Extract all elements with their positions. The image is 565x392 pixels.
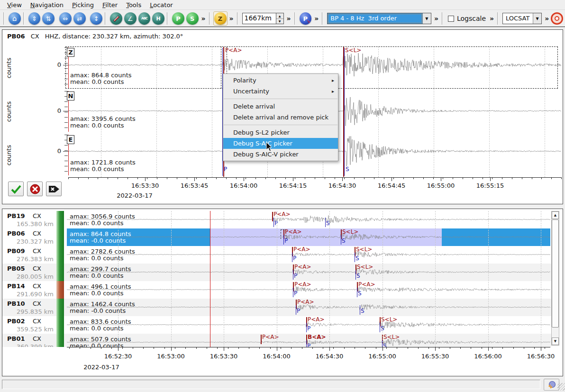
station-row-pb10[interactable]: PB10CX295.835 kmamax: 1462.4 countsmean:… <box>2 299 551 316</box>
auto-pick-line[interactable] <box>306 340 307 347</box>
distance-steppers[interactable]: ▲ ▼ <box>276 13 284 24</box>
minor-tick <box>393 177 394 179</box>
minor-tick <box>364 177 365 179</box>
auto-pick-line[interactable] <box>292 253 292 262</box>
step-down-icon[interactable]: ▼ <box>276 19 283 24</box>
station-trace[interactable]: amax: 864.8 countsmean: -0.0 countsP<A>S… <box>67 228 550 246</box>
arrival-line[interactable] <box>261 335 262 344</box>
minor-tick <box>255 177 256 179</box>
station-rows[interactable]: PB19CX165.380 kmamax: 3056.9 countsmean:… <box>2 211 551 347</box>
filter-combobox[interactable]: BP 4 - 8 Hz 3rd order ▼ <box>327 13 431 24</box>
auto-pick-line-s[interactable] <box>344 48 345 176</box>
accept-picks-button[interactable] <box>8 182 24 196</box>
context-menu-item-delete-arrival[interactable]: Delete arrival <box>223 101 338 112</box>
auto-pick-line[interactable] <box>380 323 380 332</box>
angle-tool-button[interactable]: ∠ <box>124 12 137 25</box>
menu-tools[interactable]: Tools <box>122 0 146 9</box>
context-menu-item-uncertainty[interactable]: Uncertainty▸ <box>223 86 338 97</box>
skip-station-button[interactable] <box>46 182 62 196</box>
auto-pick-line[interactable] <box>325 218 326 227</box>
locator-combobox[interactable]: LOCSAT ▼ <box>502 13 542 24</box>
dropdown-arrow-icon[interactable]: ▼ <box>533 13 541 24</box>
reject-picks-button[interactable] <box>27 182 43 196</box>
time-label: 16:53:30 <box>206 353 242 360</box>
vertical-scrollbar[interactable]: ▲ ▼ <box>551 211 559 346</box>
toolbar-separator <box>167 12 170 25</box>
resize-grip[interactable] <box>557 383 565 391</box>
context-menu-item-debug-s-aic-v-picker[interactable]: Debug S-AIC-V picker <box>223 149 338 160</box>
station-row-pb05[interactable]: PB05CX280.005 kmamax: 299.7 countsmean: … <box>2 264 551 281</box>
overflow-chevron[interactable]: » <box>229 15 234 22</box>
component-z-toggle[interactable]: Z <box>213 11 228 26</box>
amax-value: amax: 3056.9 counts <box>70 213 135 220</box>
relocate-button[interactable] <box>551 12 563 25</box>
overflow-chevron[interactable]: » <box>434 15 438 22</box>
overflow-chevron[interactable]: » <box>490 15 494 22</box>
auto-pick-line[interactable] <box>293 288 293 297</box>
logscale-checkbox-group[interactable]: Logscale <box>448 15 486 22</box>
auto-pick-line[interactable] <box>355 253 355 262</box>
menu-filter[interactable]: Filter <box>98 0 122 9</box>
menu-locator[interactable]: Locator <box>146 0 177 9</box>
context-menu-item-debug-s-l2-picker[interactable]: Debug S-L2 picker <box>223 127 338 138</box>
theoretical-arrivals-button[interactable]: P ➘ <box>300 12 312 25</box>
station-row-pb19[interactable]: PB19CX165.380 kmamax: 3056.9 countsmean:… <box>2 211 551 228</box>
station-trace[interactable]: amax: 2782.6 countsmean: 0.0 countsP<A>S… <box>67 246 550 264</box>
auto-pick-line[interactable] <box>273 218 274 227</box>
label-tool-button[interactable]: ABC <box>138 12 151 25</box>
station-row-pb09[interactable]: PB09CX276.383 kmamax: 2782.6 countsmean:… <box>2 246 551 264</box>
zoom-horizontal-in-button[interactable]: ⇄ <box>73 12 86 25</box>
dropdown-arrow-icon[interactable]: ▼ <box>422 13 431 24</box>
auto-pick-line[interactable] <box>306 323 307 332</box>
overflow-chevron[interactable]: » <box>545 15 549 22</box>
menu-picking[interactable]: Picking <box>68 0 98 9</box>
auto-pick-line[interactable] <box>293 270 293 280</box>
station-row-pb06[interactable]: PB06CX230.327 kmamax: 864.8 countsmean: … <box>2 228 551 246</box>
station-trace[interactable]: amax: 299.7 countsmean: 0.0 countsP<A>S<… <box>67 264 550 281</box>
arrival-line[interactable] <box>272 212 273 221</box>
overflow-chevron[interactable]: » <box>287 15 291 22</box>
zoom-horizontal-out-button[interactable]: ⇔ <box>59 12 72 25</box>
auto-pick-line[interactable] <box>296 305 296 315</box>
station-trace[interactable]: amax: 507.9 countsmean: 0.0 countsP<A>B<… <box>67 334 550 347</box>
minor-tick <box>175 347 175 349</box>
reset-amplitude-button[interactable]: ↕ <box>90 12 102 25</box>
compress-horizontal-icon: ⇄ <box>77 15 82 22</box>
context-menu-item-delete-arrival-and-remove-pick[interactable]: Delete arrival and remove pick <box>223 112 338 123</box>
step-up-icon[interactable]: ▲ <box>276 13 283 19</box>
station-trace[interactable]: amax: 496.1 countsmean: 0.0 countsP<A>P<… <box>67 281 550 299</box>
auto-pick-line[interactable] <box>341 235 341 245</box>
distance-spinbox[interactable]: 1667km ▲ ▼ <box>242 13 284 24</box>
auto-pick-line[interactable] <box>360 305 360 315</box>
toolbar-separator <box>322 12 325 25</box>
station-trace[interactable]: amax: 833.6 countsmean: 0.0 countsP<A>S<… <box>67 316 550 334</box>
pick-s-button[interactable]: S <box>186 12 199 25</box>
ruler-tool-button[interactable] <box>110 12 122 25</box>
overflow-chevron[interactable]: » <box>201 15 206 22</box>
station-row-pb14[interactable]: PB14CX291.690 kmamax: 496.1 countsmean: … <box>2 281 551 299</box>
context-menu-item-debug-s-aic-picker[interactable]: Debug S-AIC picker <box>223 138 338 149</box>
scroll-down-button[interactable]: ▼ <box>552 337 559 345</box>
station-row-pb01[interactable]: PB01CX360.399 kmamax: 507.9 countsmean: … <box>2 334 551 347</box>
station-trace[interactable]: amax: 3056.9 countsmean: 0.0 countsP<A>P… <box>67 211 550 228</box>
auto-pick-line[interactable] <box>355 270 356 280</box>
logscale-checkbox[interactable] <box>448 16 454 22</box>
home-button[interactable]: ⌂ <box>9 12 21 25</box>
overflow-chevron[interactable]: » <box>314 15 319 22</box>
zoom-vertical-out-button[interactable]: ⇕ <box>28 12 41 25</box>
auto-pick-line[interactable] <box>382 340 383 347</box>
auto-pick-line[interactable] <box>283 235 284 245</box>
station-row-pb02[interactable]: PB02CX359.525 kmamax: 833.6 countsmean: … <box>2 316 551 334</box>
scroll-up-button[interactable]: ▲ <box>552 211 559 219</box>
zoom-vertical-in-button[interactable]: ⇅ <box>42 12 55 25</box>
auto-pick-line[interactable] <box>357 288 357 297</box>
menu-view[interactable]: View <box>3 0 26 9</box>
menu-navigation[interactable]: Navigation <box>26 0 68 9</box>
major-tick <box>488 347 489 351</box>
station-trace[interactable]: amax: 1462.4 countsmean: -0.0 countsP<A>… <box>67 299 550 316</box>
pick-p-button[interactable]: P <box>172 12 184 25</box>
width-tool-button[interactable]: H <box>152 12 164 25</box>
scrollbar-thumb[interactable] <box>552 219 559 328</box>
context-menu-item-polarity[interactable]: Polarity▸ <box>223 75 338 86</box>
distance-value[interactable]: 1667km <box>242 13 276 24</box>
